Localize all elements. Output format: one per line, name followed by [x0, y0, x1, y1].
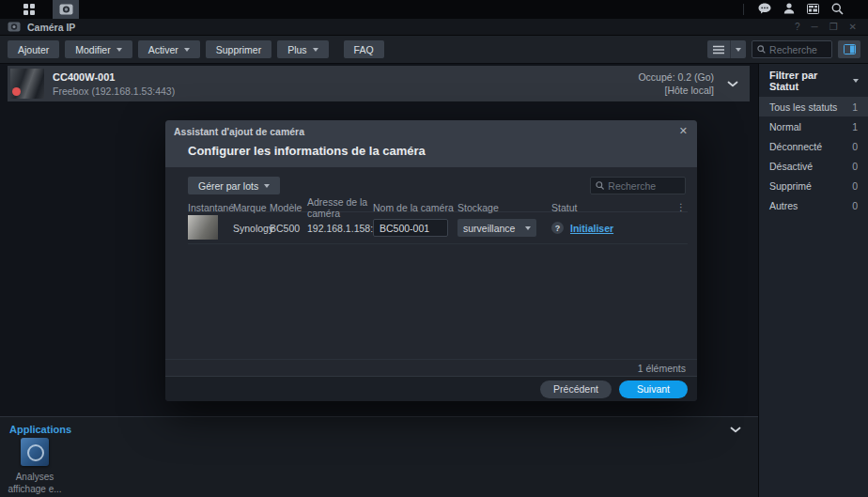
batch-manage-label: Gérer par lots: [198, 180, 258, 192]
app-caption-line1: Analyses: [6, 471, 64, 483]
toolbar-right-group: [707, 40, 860, 58]
status-filter-header[interactable]: Filtrer par Statut: [759, 64, 868, 97]
camera-toolbar: Ajouter Modifier Activer Supprimer Plus …: [0, 36, 868, 64]
dialog-search-input[interactable]: [608, 180, 680, 192]
enable-button[interactable]: Activer: [138, 40, 200, 58]
previous-button[interactable]: Précédent: [540, 381, 612, 398]
add-button[interactable]: Ajouter: [8, 40, 59, 58]
expand-row-button[interactable]: [727, 78, 738, 89]
status-filter-normal[interactable]: Normal 1: [759, 116, 868, 136]
edit-button-label: Modifier: [75, 44, 110, 55]
chevron-down-icon: [525, 226, 531, 230]
camera-search-input[interactable]: [769, 44, 827, 55]
storage-select-value: surveillance: [463, 223, 515, 234]
widgets-icon: [807, 4, 819, 14]
dialog-header: Assistant d'ajout de caméra ✕ Configurer…: [165, 120, 697, 167]
more-button[interactable]: Plus: [277, 40, 328, 58]
camera-usage: Occupé: 0.2 (Go) [Hôte local]: [638, 70, 714, 97]
chevron-down-icon: [184, 48, 190, 52]
chevron-down-icon: [736, 48, 741, 52]
chevron-down-icon: [313, 48, 318, 52]
batch-manage-button[interactable]: Gérer par lots: [188, 177, 280, 194]
dialog-footer: Précédent Suivant: [165, 376, 697, 401]
status-filter-deleted[interactable]: Supprimé 0: [759, 176, 868, 195]
camera-info: CC400W-001 Freebox (192.168.1.53:443): [53, 71, 175, 97]
dialog-heading: Configurer les informations de la caméra: [188, 144, 426, 158]
window-title: Caméra IP: [27, 22, 75, 33]
user-menu-button[interactable]: [783, 3, 795, 16]
analytics-app-shortcut[interactable]: Analyses affichage e...: [6, 438, 64, 495]
window-titlebar: Caméra IP ? ─ ❐ ✕: [0, 19, 868, 36]
status-filter-count: 1: [852, 121, 858, 132]
camera-thumbnail: [10, 69, 44, 99]
more-button-label: Plus: [287, 44, 306, 55]
window-controls: ? ─ ❐ ✕: [795, 22, 860, 32]
camera-usage-size: Occupé: 0.2 (Go): [638, 70, 714, 84]
enable-button-label: Activer: [148, 44, 178, 55]
status-filter-label: Normal: [769, 121, 801, 132]
status-filter-disconnected[interactable]: Déconnecté 0: [759, 136, 868, 156]
applications-panel: Applications Analyses affichage e...: [0, 416, 758, 497]
status-filter-sidebar: Filtrer par Statut Tous les statuts 1 No…: [758, 64, 868, 497]
taskbar-tray: [743, 3, 868, 17]
user-icon: [783, 3, 795, 14]
analytics-app-icon: [21, 438, 49, 466]
camera-usage-host: [Hôte local]: [638, 84, 714, 97]
help-button[interactable]: ?: [795, 22, 800, 32]
items-count: 1 éléments: [638, 363, 686, 374]
status-filter-others[interactable]: Autres 0: [759, 195, 868, 215]
taskbar-separator: [743, 4, 744, 15]
camera-name: CC400W-001: [53, 71, 175, 83]
restore-button[interactable]: ❐: [829, 22, 838, 32]
initialize-link[interactable]: Initialiser: [570, 223, 613, 234]
status-filter-label: Tous les statuts: [769, 101, 837, 113]
delete-button-label: Supprimer: [216, 44, 261, 55]
camera-list-item[interactable]: CC400W-001 Freebox (192.168.1.53:443) Oc…: [8, 66, 750, 101]
dialog-status-bar: 1 éléments: [165, 359, 697, 376]
storage-select[interactable]: surveillance: [457, 219, 536, 237]
chat-bubble-icon: [758, 3, 771, 14]
desktop-search-button[interactable]: [831, 3, 844, 17]
notifications-button[interactable]: [758, 3, 771, 16]
toggle-side-panel-button[interactable]: [838, 40, 860, 58]
status-filter-title: Filtrer par Statut: [769, 70, 847, 92]
widgets-button[interactable]: [807, 4, 819, 16]
chevron-down-icon: [730, 427, 741, 433]
camera-window-icon: [8, 22, 21, 32]
camera-app-taskbar-tab[interactable]: [53, 0, 79, 19]
camera-name-input[interactable]: [373, 219, 448, 237]
detected-camera-thumbnail: [188, 215, 218, 240]
camera-icon: [59, 4, 73, 15]
chevron-down-icon: [853, 79, 859, 83]
faq-button[interactable]: FAQ: [344, 40, 384, 58]
dialog-search-box[interactable]: [590, 177, 686, 194]
status-filter-label: Autres: [769, 200, 798, 211]
status-filter-label: Déconnecté: [769, 141, 822, 152]
minimize-button[interactable]: ─: [812, 22, 818, 32]
view-mode-button[interactable]: [707, 40, 746, 58]
close-dialog-button[interactable]: ✕: [679, 125, 688, 137]
camera-search-box[interactable]: [752, 40, 832, 58]
edit-button[interactable]: Modifier: [65, 40, 132, 58]
list-view-icon: [713, 45, 724, 54]
search-icon: [596, 180, 604, 191]
status-filter-all[interactable]: Tous les statuts 1: [759, 97, 868, 116]
main-menu-button[interactable]: [13, 0, 45, 19]
status-filter-disabled[interactable]: Désactivé 0: [759, 156, 868, 176]
recording-indicator: [12, 87, 21, 96]
collapse-applications-button[interactable]: [730, 424, 741, 435]
next-button[interactable]: Suivant: [619, 381, 688, 398]
column-options-button[interactable]: ⋮: [676, 206, 688, 210]
status-filter-count: 0: [852, 200, 858, 211]
dialog-title: Assistant d'ajout de caméra: [174, 126, 304, 137]
close-window-button[interactable]: ✕: [849, 22, 857, 32]
add-camera-wizard-dialog: Assistant d'ajout de caméra ✕ Configurer…: [165, 120, 697, 401]
applications-title: Applications: [9, 424, 71, 435]
camera-source: Freebox (192.168.1.53:443): [53, 85, 175, 97]
add-button-label: Ajouter: [18, 44, 49, 55]
chevron-down-icon: [264, 184, 270, 188]
delete-button[interactable]: Supprimer: [206, 40, 271, 58]
camera-model: BC500: [270, 223, 307, 234]
search-icon: [831, 3, 844, 15]
status-help-icon[interactable]: ?: [551, 222, 564, 234]
